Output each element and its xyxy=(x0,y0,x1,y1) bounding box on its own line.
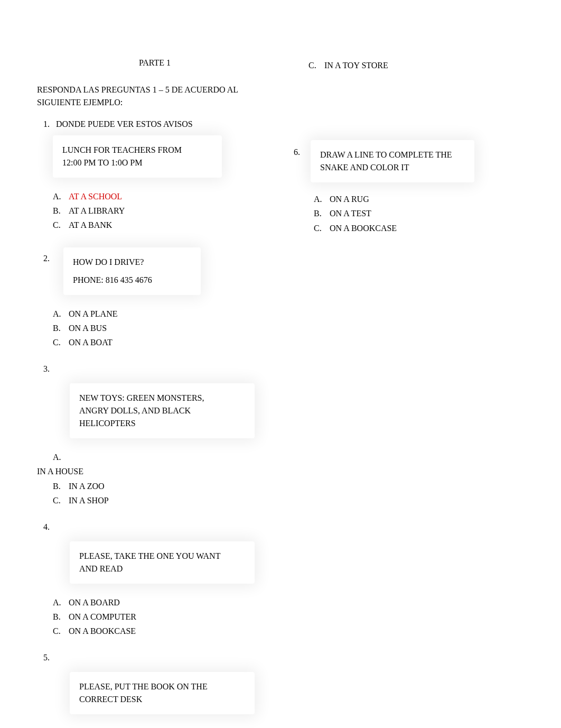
q1-box-line-2: 12:00 PM TO 1:0O PM xyxy=(62,156,212,169)
option-text: IN A SHOP xyxy=(69,493,273,508)
q2-option-b[interactable]: B. ON A BUS xyxy=(53,321,273,335)
q3-option-b[interactable]: B. IN A ZOO xyxy=(53,479,273,493)
option-text: AT A LIBRARY xyxy=(69,204,273,218)
q2-box-line-2: PHONE: 816 435 4676 xyxy=(73,274,191,287)
q3-box-line-2: ANGRY DOLLS, AND BLACK xyxy=(79,404,245,417)
part-title: PARTE 1 xyxy=(37,58,273,68)
q3-box-line-3: HELICOPTERS xyxy=(79,417,245,430)
q3-notice-box: NEW TOYS: GREEN MONSTERS, ANGRY DOLLS, A… xyxy=(70,383,255,438)
q4-options: A. ON A BOARD B. ON A COMPUTER C. ON A B… xyxy=(53,595,273,639)
q2-option-c[interactable]: C. ON A BOAT xyxy=(53,335,273,349)
question-1: 1. DONDE PUEDE VER ESTOS AVISOS LUNCH FO… xyxy=(37,119,273,233)
option-letter: C. xyxy=(53,335,69,349)
option-text: ON A COMPUTER xyxy=(69,610,273,624)
q6-option-b[interactable]: B. ON A TEST xyxy=(314,206,529,220)
option-letter: C. xyxy=(53,624,69,638)
option-letter: A. xyxy=(53,595,69,610)
q2-number: 2. xyxy=(43,247,50,263)
q3-option-a[interactable]: A. IN A HOUSE xyxy=(53,450,273,478)
q4-number: 4. xyxy=(43,522,273,532)
q3-option-c[interactable]: C. IN A SHOP xyxy=(53,493,273,508)
option-text: ON A RUG xyxy=(330,192,369,206)
question-3: 3. NEW TOYS: GREEN MONSTERS, ANGRY DOLLS… xyxy=(37,364,273,508)
q6-option-a[interactable]: A. ON A RUG xyxy=(314,192,529,206)
option-text: IN A ZOO xyxy=(69,479,273,493)
option-text: IN A TOY STORE xyxy=(324,58,388,72)
instructions-text: RESPONDA LAS PREGUNTAS 1 – 5 DE ACUERDO … xyxy=(37,84,273,109)
q6-number: 6. xyxy=(294,140,300,157)
option-letter: C. xyxy=(308,58,324,72)
left-column: PARTE 1 RESPONDA LAS PREGUNTAS 1 – 5 DE … xyxy=(37,58,283,728)
option-text: AT A BANK xyxy=(69,218,273,232)
q4-option-a[interactable]: A. ON A BOARD xyxy=(53,595,273,610)
option-text: ON A BOARD xyxy=(69,595,273,610)
option-letter: A. xyxy=(53,726,273,728)
page: PARTE 1 RESPONDA LAS PREGUNTAS 1 – 5 DE … xyxy=(0,0,561,728)
question-2: 2. HOW DO I DRIVE? PHONE: 816 435 4676 A… xyxy=(37,247,273,350)
q2-options: A. ON A PLANE B. ON A BUS C. ON A BOAT xyxy=(53,307,273,350)
q1-box-line-1: LUNCH FOR TEACHERS FROM xyxy=(62,144,212,156)
q6-option-c[interactable]: C. ON A BOOKCASE xyxy=(314,221,529,235)
q1-option-b[interactable]: B. AT A LIBRARY xyxy=(53,204,273,218)
option-letter: A. xyxy=(53,189,69,204)
question-5: 5. PLEASE, PUT THE BOOK ON THE CORRECT D… xyxy=(37,653,273,728)
option-letter: A. xyxy=(314,192,330,206)
question-4: 4. PLEASE, TAKE THE ONE YOU WANT AND REA… xyxy=(37,522,273,639)
option-text: IN A HOUSE xyxy=(37,464,273,478)
q5-option-a[interactable]: A. IN A SCHOOL xyxy=(53,726,273,728)
q5-option-c[interactable]: C. IN A TOY STORE xyxy=(308,58,529,72)
q6-options: A. ON A RUG B. ON A TEST C. ON A BOOKCAS… xyxy=(314,192,529,235)
option-letter: C. xyxy=(53,218,69,232)
right-column: C. IN A TOY STORE 6. DRAW A LINE TO COMP… xyxy=(283,58,529,728)
option-letter: B. xyxy=(314,206,330,220)
q4-option-b[interactable]: B. ON A COMPUTER xyxy=(53,610,273,624)
option-letter: A. xyxy=(53,307,69,321)
option-letter: C. xyxy=(314,221,330,235)
q1-number: 1. xyxy=(43,119,50,128)
q6-notice-box: DRAW A LINE TO COMPLETE THE SNAKE AND CO… xyxy=(311,140,474,182)
option-text: ON A BOOKCASE xyxy=(69,624,273,638)
option-letter: B. xyxy=(53,610,69,624)
q4-box-line-1: PLEASE, TAKE THE ONE YOU WANT xyxy=(79,550,245,563)
option-text: ON A BOOKCASE xyxy=(330,221,397,235)
q5-notice-box: PLEASE, PUT THE BOOK ON THE CORRECT DESK xyxy=(70,672,255,714)
option-text: ON A BUS xyxy=(69,321,273,335)
q5-number: 5. xyxy=(43,653,273,662)
q1-options: A. AT A SCHOOL B. AT A LIBRARY C. AT A B… xyxy=(53,189,273,233)
q2-box-line-1: HOW DO I DRIVE? xyxy=(73,256,191,269)
q1-prompt-line: 1. DONDE PUEDE VER ESTOS AVISOS xyxy=(43,119,273,129)
q1-notice-box: LUNCH FOR TEACHERS FROM 12:00 PM TO 1:0O… xyxy=(53,135,222,178)
option-text: AT A SCHOOL xyxy=(69,189,273,204)
q4-box-line-2: AND READ xyxy=(79,563,245,575)
q6-box-line-1: DRAW A LINE TO COMPLETE THE xyxy=(320,149,465,161)
question-6: 6. DRAW A LINE TO COMPLETE THE SNAKE AND… xyxy=(294,140,529,235)
q6-box-line-2: SNAKE AND COLOR IT xyxy=(320,161,465,174)
q3-box-line-1: NEW TOYS: GREEN MONSTERS, xyxy=(79,392,245,404)
option-letter: A. xyxy=(53,450,273,464)
option-text: ON A BOAT xyxy=(69,335,273,349)
q2-option-a[interactable]: A. ON A PLANE xyxy=(53,307,273,321)
q3-options-rest: B. IN A ZOO C. IN A SHOP xyxy=(53,479,273,508)
q2-notice-box: HOW DO I DRIVE? PHONE: 816 435 4676 xyxy=(63,247,201,295)
option-letter: B. xyxy=(53,204,69,218)
q1-option-c[interactable]: C. AT A BANK xyxy=(53,218,273,232)
q5-box-line-1: PLEASE, PUT THE BOOK ON THE xyxy=(79,680,245,693)
q3-number: 3. xyxy=(43,364,273,374)
option-text: ON A PLANE xyxy=(69,307,273,321)
q5-box-line-2: CORRECT DESK xyxy=(79,693,245,706)
q4-option-c[interactable]: C. ON A BOOKCASE xyxy=(53,624,273,638)
q1-option-a[interactable]: A. AT A SCHOOL xyxy=(53,189,273,204)
option-letter: B. xyxy=(53,479,69,493)
q1-prompt: DONDE PUEDE VER ESTOS AVISOS xyxy=(56,119,193,128)
option-letter: B. xyxy=(53,321,69,335)
option-text: ON A TEST xyxy=(330,206,371,220)
option-letter: C. xyxy=(53,493,69,508)
q4-notice-box: PLEASE, TAKE THE ONE YOU WANT AND READ xyxy=(70,541,255,584)
